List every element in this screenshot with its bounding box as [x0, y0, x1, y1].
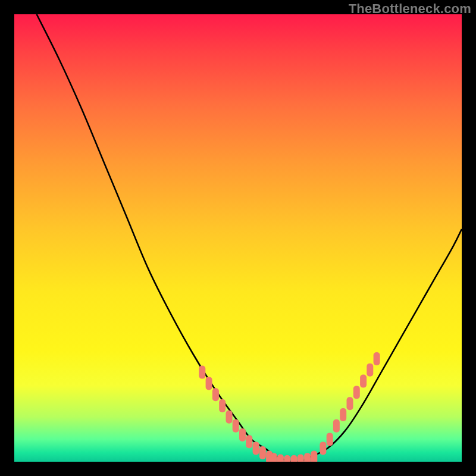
watermark-text: TheBottleneck.com	[349, 1, 471, 17]
marker-cluster-left	[199, 366, 273, 462]
data-marker	[239, 428, 246, 441]
data-marker	[212, 388, 219, 401]
data-marker	[271, 453, 277, 462]
data-marker	[206, 377, 212, 390]
data-marker	[284, 455, 290, 462]
data-marker	[219, 399, 226, 412]
data-marker	[291, 455, 298, 462]
data-marker	[353, 386, 360, 399]
data-marker	[327, 433, 333, 446]
chart-svg	[14, 14, 462, 462]
plot-area	[14, 14, 462, 462]
data-marker	[253, 441, 259, 455]
chart-root: TheBottleneck.com	[0, 0, 476, 476]
data-marker	[340, 408, 346, 421]
data-marker	[333, 419, 340, 433]
data-marker	[298, 455, 304, 462]
data-marker	[360, 375, 367, 388]
data-marker	[347, 397, 353, 410]
marker-cluster-bottom	[271, 451, 318, 462]
data-marker	[246, 435, 252, 448]
marker-cluster-right	[320, 352, 380, 455]
data-marker	[199, 366, 205, 379]
data-marker	[367, 364, 373, 377]
data-marker	[233, 419, 239, 433]
data-marker	[320, 441, 326, 455]
data-marker	[304, 453, 311, 462]
data-marker	[259, 446, 266, 459]
bottleneck-curve	[37, 14, 462, 462]
data-marker	[277, 455, 284, 462]
data-marker	[226, 411, 233, 424]
data-marker	[311, 451, 317, 462]
data-marker	[374, 352, 380, 365]
